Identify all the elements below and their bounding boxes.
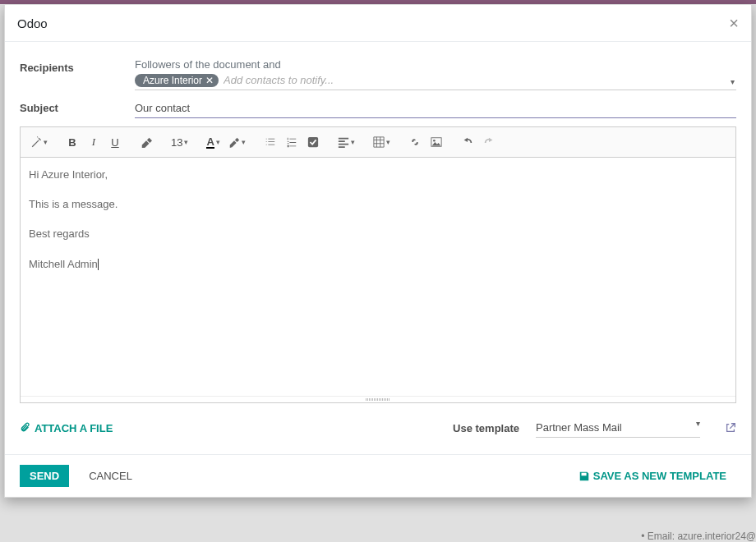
save-as-template-button[interactable]: SAVE AS NEW TEMPLATE <box>569 465 736 487</box>
remove-format-button[interactable] <box>136 132 156 152</box>
editor-line: Mitchell Admin <box>29 257 727 272</box>
save-icon <box>579 471 590 482</box>
recipients-tag-input[interactable]: Azure Interior ✕ ▾ <box>135 72 736 90</box>
font-color-dropdown[interactable]: A ▾ <box>203 132 223 152</box>
editor-line: Hi Azure Interior, <box>29 168 727 182</box>
list-ul-icon <box>265 136 276 148</box>
cancel-button[interactable]: CANCEL <box>79 465 142 487</box>
modal-header: Odoo × <box>5 5 751 42</box>
redo-button[interactable] <box>479 132 499 152</box>
align-left-icon <box>338 136 349 148</box>
bold-button[interactable]: B <box>62 132 82 152</box>
subject-row: Subject <box>20 99 736 118</box>
link-button[interactable] <box>405 132 425 152</box>
use-template-label: Use template <box>453 422 519 434</box>
recipients-row: Recipients Followers of the document and… <box>20 58 736 90</box>
external-link-icon <box>725 422 736 434</box>
template-dropdown-caret[interactable]: ▾ <box>696 419 700 428</box>
image-icon <box>431 136 442 148</box>
eraser-icon <box>141 136 152 148</box>
editor-line: This is a message. <box>29 197 727 212</box>
compose-message-modal: Odoo × Recipients Followers of the docum… <box>4 4 752 498</box>
template-external-link[interactable] <box>725 422 736 434</box>
rich-text-editor: ▾ B I U 13 ▾ A ▾ <box>20 126 736 403</box>
modal-body: Recipients Followers of the document and… <box>5 42 751 454</box>
redo-icon <box>483 136 495 148</box>
recipient-tag[interactable]: Azure Interior ✕ <box>135 74 219 87</box>
font-size-value: 13 <box>171 136 182 149</box>
image-button[interactable] <box>426 132 446 152</box>
template-select-value[interactable] <box>536 418 696 437</box>
paperclip-icon <box>20 422 31 434</box>
editor-toolbar: ▾ B I U 13 ▾ A ▾ <box>21 127 735 158</box>
save-as-template-label: SAVE AS NEW TEMPLATE <box>593 470 726 482</box>
tag-remove-icon[interactable]: ✕ <box>205 75 214 86</box>
modal-title: Odoo <box>17 16 48 30</box>
editor-footer-row: ATTACH A FILE Use template ▾ <box>20 403 736 446</box>
link-icon <box>409 136 421 148</box>
attach-file-label: ATTACH A FILE <box>35 422 113 434</box>
svg-point-2 <box>433 140 436 142</box>
editor-content-area[interactable]: Hi Azure Interior, This is a message. Be… <box>21 158 735 396</box>
recipients-dropdown-caret[interactable]: ▾ <box>731 76 735 85</box>
highlight-color-dropdown[interactable]: ▾ <box>225 132 249 152</box>
undo-icon <box>462 136 473 148</box>
svg-rect-0 <box>308 137 318 147</box>
italic-button[interactable]: I <box>84 132 104 152</box>
underline-button[interactable]: U <box>105 132 125 152</box>
background-content-snippet: • Email: azure.interior24@ <box>641 531 756 542</box>
highlighter-icon <box>228 136 240 148</box>
table-icon <box>373 136 385 148</box>
subject-label: Subject <box>20 99 135 114</box>
list-ol-icon <box>286 136 297 148</box>
recipients-prefix-text: Followers of the document and <box>135 58 736 71</box>
style-dropdown[interactable]: ▾ <box>27 132 51 152</box>
table-dropdown[interactable]: ▾ <box>370 132 394 152</box>
template-select[interactable]: ▾ <box>536 418 700 438</box>
subject-input[interactable] <box>135 99 736 118</box>
font-size-dropdown[interactable]: 13 ▾ <box>168 132 191 152</box>
checklist-button[interactable] <box>303 132 323 152</box>
close-button[interactable]: × <box>729 15 739 31</box>
undo-button[interactable] <box>458 132 477 152</box>
check-square-icon <box>307 136 319 148</box>
editor-resize-handle[interactable] <box>21 396 735 402</box>
recipient-tag-label: Azure Interior <box>143 75 202 86</box>
magic-wand-icon <box>30 136 42 148</box>
recipients-label: Recipients <box>20 58 135 74</box>
modal-footer: SEND CANCEL SAVE AS NEW TEMPLATE <box>5 454 751 497</box>
editor-line: Best regards <box>29 227 727 241</box>
unordered-list-button[interactable] <box>260 132 280 152</box>
ordered-list-button[interactable] <box>282 132 302 152</box>
send-button[interactable]: SEND <box>20 465 69 487</box>
recipients-input[interactable] <box>224 72 736 88</box>
attach-file-button[interactable]: ATTACH A FILE <box>20 422 113 434</box>
align-dropdown[interactable]: ▾ <box>334 132 358 152</box>
